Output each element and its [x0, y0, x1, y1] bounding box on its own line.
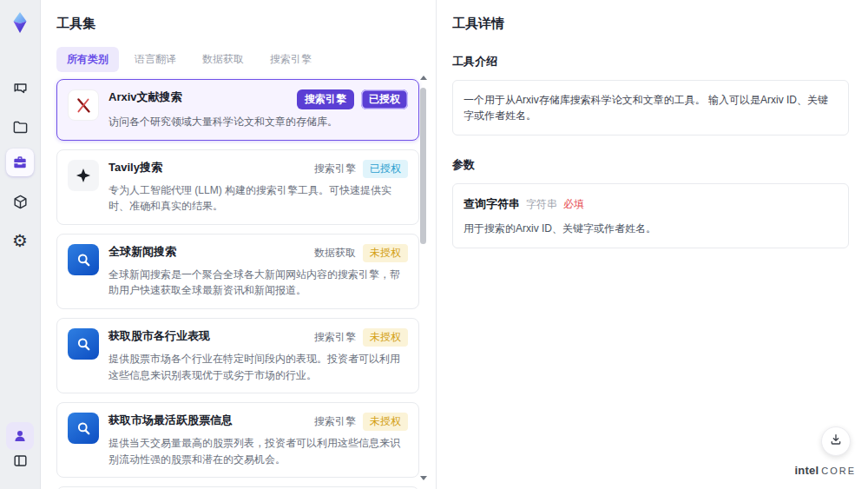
toolbox-icon — [11, 154, 29, 171]
tool-status-badge: 已授权 — [363, 160, 408, 178]
left-rail: ⚙ — [0, 0, 41, 489]
toolset-panel: 工具集 所有类别语言翻译数据获取搜索引擎 Arxiv文献搜索 搜索引擎 已授权 … — [41, 0, 437, 489]
arxiv-logo — [68, 89, 99, 121]
category-tab[interactable]: 语言翻译 — [124, 47, 187, 72]
user-icon — [12, 428, 28, 444]
tool-category-badge: 搜索引擎 — [314, 162, 356, 176]
category-tab[interactable]: 所有类别 — [56, 47, 119, 72]
param-description: 用于搜索的Arxiv ID、关键字或作者姓名。 — [464, 221, 838, 236]
tool-details-panel: 工具详情 工具介绍 一个用于从Arxiv存储库搜索科学论文和文章的工具。 输入可… — [437, 0, 868, 489]
nav-settings-button[interactable]: ⚙ — [6, 227, 34, 254]
news-app-logo — [68, 244, 99, 275]
param-box: 查询字符串 字符串 必填 用于搜索的Arxiv ID、关键字或作者姓名。 — [452, 183, 849, 248]
tool-category-badge: 搜索引擎 — [314, 414, 356, 429]
sparkle-logo — [68, 160, 99, 191]
param-name: 查询字符串 — [464, 195, 520, 213]
tool-description: 专为人工智能代理 (LLM) 构建的搜索引擎工具。可快速提供实时、准确和真实的结… — [108, 182, 408, 215]
tool-card[interactable]: 获取股市各行业表现 搜索引擎 未授权 提供股票市场各个行业在特定时间段内的表现。… — [56, 318, 419, 393]
tool-status-badge: 未授权 — [363, 328, 408, 347]
intro-heading: 工具介绍 — [452, 54, 849, 69]
nav-tools-button[interactable] — [6, 149, 34, 176]
tool-description: 访问各个研究领域大量科学论文和文章的存储库。 — [108, 114, 408, 130]
intel-core-logo: intel CORE — [794, 464, 856, 477]
collapse-panel-button[interactable] — [6, 446, 34, 474]
download-icon — [829, 433, 843, 450]
tool-category-badge: 搜索引擎 — [297, 89, 354, 109]
tool-card[interactable]: 全球新闻搜索 数据获取 未授权 全球新闻搜索是一个聚合全球各大新闻网站内容的搜索… — [56, 234, 419, 309]
news-app-logo — [68, 413, 99, 444]
list-scrollbar — [419, 76, 426, 480]
chat-icon — [12, 81, 29, 97]
param-type: 字符串 — [526, 196, 557, 212]
tool-intro-box: 一个用于从Arxiv存储库搜索科学论文和文章的工具。 输入可以是Arxiv ID… — [452, 80, 849, 135]
tool-name: 获取市场最活跃股票信息 — [108, 413, 233, 428]
tool-name: 获取股市各行业表现 — [108, 328, 210, 344]
tool-category-badge: 搜索引擎 — [314, 330, 356, 345]
tool-description: 全球新闻搜索是一个聚合全球各大新闻网站内容的搜索引擎，帮助用户快速获取全球最新资… — [108, 267, 408, 299]
category-tabs: 所有类别语言翻译数据获取搜索引擎 — [56, 47, 420, 72]
scrollbar-thumb[interactable] — [420, 88, 426, 244]
app-window: ⚙ 工具集 所有类别语言翻译数据获取搜索引擎 — [0, 0, 868, 489]
params-heading: 参数 — [452, 157, 849, 173]
tool-name: 全球新闻搜索 — [108, 244, 176, 260]
brand-intel: intel — [794, 464, 819, 477]
details-title: 工具详情 — [452, 16, 849, 32]
news-app-logo — [68, 328, 99, 360]
tool-category-badge: 数据获取 — [314, 246, 356, 261]
brand-core: CORE — [821, 466, 856, 476]
param-required-badge: 必填 — [563, 196, 584, 212]
tool-status-badge: 未授权 — [363, 413, 408, 431]
tool-card[interactable]: 获取市场最活跃股票信息 搜索引擎 未授权 提供当天交易量最高的股票列表，投资者可… — [56, 402, 419, 478]
nav-chat-button[interactable] — [6, 75, 34, 102]
tool-list: Arxiv文献搜索 搜索引擎 已授权 访问各个研究领域大量科学论文和文章的存储库… — [56, 79, 419, 489]
category-tab[interactable]: 数据获取 — [192, 47, 254, 72]
app-logo-icon — [8, 10, 32, 35]
category-tab[interactable]: 搜索引擎 — [260, 47, 322, 72]
toolset-title: 工具集 — [56, 16, 420, 32]
tool-name: Arxiv文献搜索 — [108, 89, 182, 105]
tool-card[interactable]: Arxiv文献搜索 搜索引擎 已授权 访问各个研究领域大量科学论文和文章的存储库… — [56, 79, 419, 141]
nav-files-button[interactable] — [6, 113, 34, 141]
gear-icon: ⚙ — [12, 232, 28, 249]
nav-models-button[interactable] — [6, 188, 34, 215]
folder-icon — [12, 119, 29, 135]
scrollbar-down-arrow[interactable] — [420, 476, 427, 480]
tool-description: 提供股票市场各个行业在特定时间段内的表现。投资者可以利用这些信息来识别表现优于或… — [108, 351, 408, 383]
download-button[interactable] — [821, 426, 851, 456]
tool-status-badge: 已授权 — [361, 89, 408, 109]
tool-status-badge: 未授权 — [363, 244, 408, 262]
cube-icon — [12, 194, 29, 210]
panel-icon — [12, 453, 29, 469]
tool-card[interactable]: Tavily搜索 搜索引擎 已授权 专为人工智能代理 (LLM) 构建的搜索引擎… — [56, 149, 419, 225]
scrollbar-up-arrow[interactable] — [420, 76, 427, 80]
tool-description: 提供当天交易量最高的股票列表，投资者可以利用这些信息来识别流动性强的股票和潜在的… — [108, 435, 408, 467]
tool-name: Tavily搜索 — [108, 160, 162, 175]
